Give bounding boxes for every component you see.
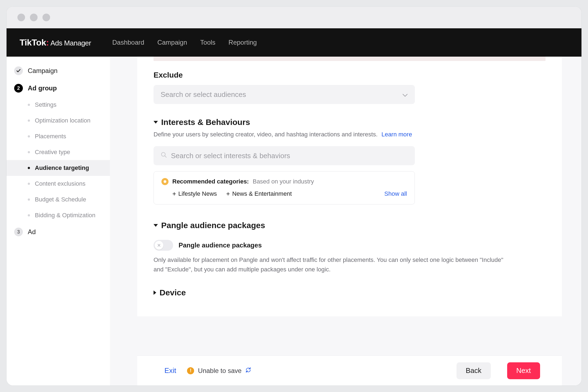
app-body: Campaign 2 Ad group Settings Optimizatio…: [7, 57, 581, 385]
sidebar-item-settings[interactable]: Settings: [7, 97, 110, 113]
back-button[interactable]: Back: [457, 362, 491, 379]
pangle-toggle[interactable]: [154, 240, 173, 251]
show-all-link[interactable]: Show all: [384, 190, 407, 197]
close-icon: [157, 243, 161, 247]
form-footer: Exit ! Unable to save Back Next: [137, 356, 562, 385]
caret-down-icon: [154, 121, 158, 124]
category-chip-news-entertainment[interactable]: +News & Entertainment: [226, 190, 292, 198]
exclude-label: Exclude: [154, 71, 546, 79]
sidebar-item-audience-targeting[interactable]: Audience targeting: [7, 160, 110, 176]
traffic-light-zoom[interactable]: [42, 14, 50, 21]
device-section-header[interactable]: Device: [154, 288, 546, 297]
interests-description: Define your users by selecting creator, …: [154, 130, 546, 139]
step-ad-label: Ad: [28, 228, 36, 236]
form-card: Exclude Search or select audiences Inter…: [137, 57, 562, 316]
sidebar-item-label: Creative type: [35, 149, 70, 156]
top-nav: Dashboard Campaign Tools Reporting: [112, 39, 257, 46]
step-campaign[interactable]: Campaign: [7, 62, 110, 79]
sidebar-item-label: Audience targeting: [35, 164, 89, 171]
brand-colon: :: [46, 38, 49, 48]
bullet-icon: [28, 183, 30, 185]
sidebar-item-bidding-optimization[interactable]: Bidding & Optimization: [7, 207, 110, 223]
category-chip-lifestyle-news[interactable]: +Lifestyle News: [172, 190, 217, 198]
sidebar-item-label: Placements: [35, 133, 66, 140]
step-adgroup[interactable]: 2 Ad group: [7, 79, 110, 97]
sidebar-item-placements[interactable]: Placements: [7, 128, 110, 144]
search-icon: [161, 152, 167, 160]
bullet-icon: [28, 214, 30, 216]
sidebar-item-label: Settings: [35, 101, 57, 108]
recommended-categories-panel: Recommended categories: Based on your in…: [154, 171, 415, 204]
sidebar: Campaign 2 Ad group Settings Optimizatio…: [7, 57, 110, 385]
exclude-audiences-select[interactable]: Search or select audiences: [154, 85, 415, 104]
bullet-icon: [28, 135, 30, 137]
sidebar-item-label: Budget & Schedule: [35, 196, 86, 203]
bullet-icon: [28, 120, 30, 122]
bullet-icon: [28, 104, 30, 106]
app-header: TikTok: Ads Manager Dashboard Campaign T…: [7, 28, 581, 57]
chip-label: News & Entertainment: [232, 190, 292, 197]
device-title: Device: [160, 288, 186, 297]
content-scroll[interactable]: Exclude Search or select audiences Inter…: [110, 57, 581, 356]
bullet-icon: [28, 151, 30, 153]
nav-dashboard[interactable]: Dashboard: [112, 39, 144, 46]
search-placeholder: Search or select interests & behaviors: [171, 152, 290, 160]
lightbulb-icon: [161, 178, 169, 185]
brand-name: TikTok: [20, 38, 46, 48]
plus-icon: +: [226, 190, 230, 198]
brand-logo: TikTok: Ads Manager: [20, 38, 91, 48]
interests-title: Interests & Behaviours: [161, 118, 250, 127]
interests-section-header[interactable]: Interests & Behaviours: [154, 118, 546, 127]
pangle-description: Only available for placement on Pangle a…: [154, 255, 513, 274]
sidebar-item-creative-type[interactable]: Creative type: [7, 144, 110, 160]
exit-link[interactable]: Exit: [164, 366, 176, 375]
plus-icon: +: [172, 190, 176, 198]
sidebar-item-optimization-location[interactable]: Optimization location: [7, 113, 110, 128]
pangle-toggle-label: Pangle audience packages: [179, 241, 262, 249]
step-adgroup-label: Ad group: [28, 84, 57, 92]
save-status: ! Unable to save: [187, 367, 251, 375]
pangle-title: Pangle audience packages: [161, 221, 265, 230]
sidebar-item-label: Content exclusions: [35, 180, 85, 187]
bullet-icon: [28, 198, 30, 201]
sidebar-item-budget-schedule[interactable]: Budget & Schedule: [7, 192, 110, 207]
sidebar-item-content-exclusions[interactable]: Content exclusions: [7, 176, 110, 192]
caret-right-icon: [154, 290, 156, 295]
step-number-icon: 3: [14, 228, 23, 236]
refresh-button[interactable]: [245, 367, 251, 375]
bullet-icon: [28, 167, 30, 169]
recommended-chips-row: +Lifestyle News +News & Entertainment Sh…: [161, 190, 407, 198]
svg-line-1: [165, 156, 166, 157]
chip-label: Lifestyle News: [178, 190, 217, 197]
main-column: Exclude Search or select audiences Inter…: [110, 57, 581, 385]
brand-suffix: Ads Manager: [50, 39, 91, 47]
nav-campaign[interactable]: Campaign: [157, 39, 187, 46]
sidebar-item-label: Optimization location: [35, 117, 90, 124]
prev-section-edge: [154, 57, 546, 61]
recommended-sublabel: Based on your industry: [253, 178, 314, 185]
status-text: Unable to save: [198, 367, 241, 375]
recommended-header: Recommended categories: Based on your in…: [161, 178, 407, 185]
pangle-toggle-row: Pangle audience packages: [154, 240, 546, 251]
app-window: TikTok: Ads Manager Dashboard Campaign T…: [7, 7, 581, 385]
interests-search-input[interactable]: Search or select interests & behaviors: [154, 146, 415, 165]
learn-more-link[interactable]: Learn more: [381, 131, 412, 138]
step-campaign-label: Campaign: [28, 67, 57, 75]
sidebar-item-label: Bidding & Optimization: [35, 212, 96, 219]
step-ad[interactable]: 3 Ad: [7, 223, 110, 241]
nav-reporting[interactable]: Reporting: [228, 39, 257, 46]
traffic-light-close[interactable]: [17, 14, 25, 21]
step-number-icon: 2: [14, 84, 23, 93]
select-placeholder: Search or select audiences: [161, 90, 246, 99]
warning-icon: !: [187, 367, 194, 374]
traffic-light-minimize[interactable]: [30, 14, 38, 21]
next-button[interactable]: Next: [507, 362, 540, 379]
recommended-label: Recommended categories:: [172, 178, 249, 185]
check-icon: [14, 66, 23, 75]
window-titlebar: [7, 7, 581, 28]
toggle-knob: [155, 241, 163, 250]
caret-down-icon: [154, 224, 158, 227]
chevron-down-icon: [402, 90, 408, 99]
pangle-section-header[interactable]: Pangle audience packages: [154, 221, 546, 230]
nav-tools[interactable]: Tools: [200, 39, 215, 46]
